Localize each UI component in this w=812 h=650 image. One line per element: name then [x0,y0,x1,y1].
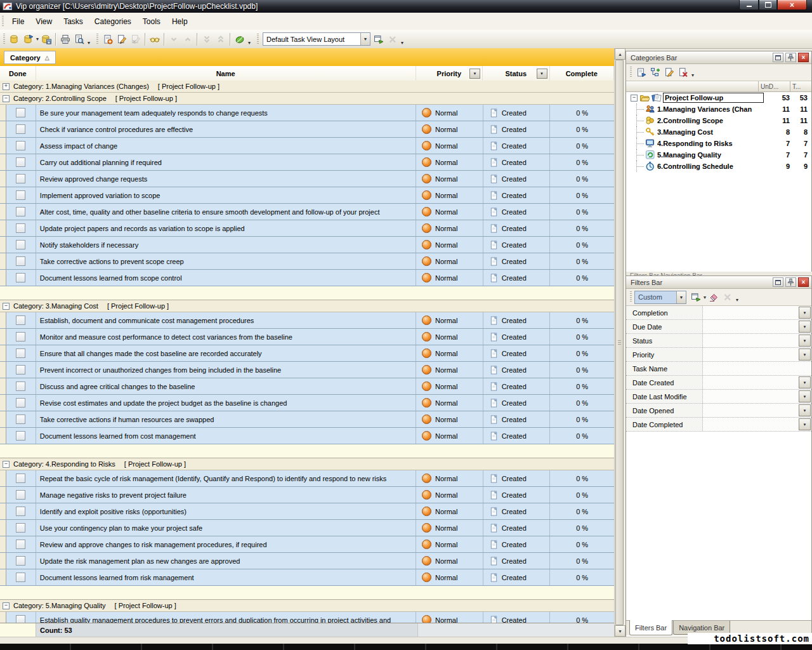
collapse-group-icon[interactable]: − [3,602,10,609]
task-row[interactable]: Establish, document and communicate cost… [0,312,614,329]
filter-value-dropdown-icon[interactable] [799,418,811,430]
task-row[interactable]: Assess impact of changeNormalCreated0 % [0,138,614,154]
task-row[interactable]: Monitor and measure cost performance to … [0,329,614,345]
task-row[interactable]: Manage negative risks to prevent project… [0,487,614,503]
task-checkbox[interactable] [16,398,25,408]
clear-filter-icon[interactable] [707,290,721,304]
close-button[interactable] [777,0,807,10]
filter-value-field[interactable] [703,306,798,319]
filter-value-dropdown-icon[interactable] [799,376,811,388]
task-row[interactable]: Take corrective actions to prevent scope… [0,253,614,270]
menu-categories[interactable]: Categories [89,15,137,29]
scroll-up-icon[interactable] [615,48,625,60]
new-category-icon[interactable] [634,65,648,79]
expand-group-icon[interactable]: + [3,83,10,90]
task-row[interactable]: Identify and exploit positive risks (opp… [0,503,614,520]
edit-category-icon[interactable] [662,65,676,79]
toolbar-overflow-chevron[interactable]: ▾ [736,297,738,303]
toolbar-overflow-chevron[interactable]: ▾ [691,72,694,78]
task-checkbox[interactable] [16,223,25,233]
task-checkbox[interactable] [16,474,25,483]
open-database-icon[interactable] [22,32,36,46]
task-row[interactable]: Update the risk management plan as new c… [0,553,614,569]
filter-value-dropdown-icon[interactable] [799,335,811,347]
category-group-row[interactable]: +Category: 1.Managing Variances (Changes… [0,81,614,93]
task-checkbox[interactable] [16,348,25,358]
print-icon[interactable] [58,32,72,46]
combo-dropdown-icon[interactable] [676,291,686,303]
task-row[interactable]: Ensure that all changes made the cost ba… [0,345,614,362]
filter-value-field[interactable] [703,404,798,417]
new-task-icon[interactable] [101,32,115,46]
category-group-row[interactable]: −Category: 4.Responding to Risks[ Projec… [0,458,614,470]
task-checkbox[interactable] [16,256,25,266]
new-database-icon[interactable] [8,32,22,46]
task-checkbox[interactable] [16,141,25,150]
panel-pin-button[interactable] [785,277,796,287]
edit-task-icon[interactable] [115,32,129,46]
task-checkbox[interactable] [16,108,25,117]
filter-preset-combo[interactable]: Custom [634,291,686,304]
task-row[interactable]: Prevent incorrect or unauthorized change… [0,362,614,378]
task-checkbox[interactable] [16,507,25,516]
task-checkbox[interactable] [16,157,25,167]
task-row[interactable]: Document lessons learned from cost manag… [0,428,614,444]
task-checkbox[interactable] [16,540,25,549]
toolbar-overflow-chevron[interactable]: ▾ [88,40,90,46]
tree-item-row[interactable]: 3.Managing Cost88 [626,126,811,138]
panel-close-button[interactable] [798,277,809,287]
task-row[interactable]: Check if variance control procedures are… [0,121,614,138]
task-row[interactable]: Notify stakeholders if necessaryNormalCr… [0,237,614,253]
task-row[interactable]: Review and approve changes to risk manag… [0,536,614,553]
category-group-row[interactable]: −Category: 5.Managing Quality[ Project F… [0,600,614,612]
task-checkbox[interactable] [16,365,25,375]
combo-dropdown-icon[interactable] [360,33,370,45]
menu-view[interactable]: View [30,15,58,29]
filter-value-dropdown-icon[interactable] [799,348,811,361]
print-preview-icon[interactable] [72,32,86,46]
task-checkbox[interactable] [16,207,25,216]
delete-category-icon[interactable] [676,65,690,79]
tree-root-row[interactable]: −Project Follow-up5353 [626,92,811,103]
task-row[interactable]: Use your contingency plan to make your p… [0,520,614,536]
task-row[interactable]: Revise cost estimates and update the pro… [0,395,614,411]
minimize-button[interactable] [739,0,759,10]
task-checkbox[interactable] [16,124,25,134]
dropdown-icon[interactable]: ▾ [36,36,39,42]
tree-item-row[interactable]: 6.Controlling Schedule99 [626,161,811,172]
task-row[interactable]: Review approved change requestsNormalCre… [0,171,614,187]
category-group-row[interactable]: −Category: 2.Controlling Scope[ Project … [0,93,614,105]
tree-item-row[interactable]: 2.Controlling Scope1111 [626,115,811,126]
filter-value-field[interactable] [703,334,798,347]
tab-filters-bar[interactable]: Filters Bar [629,620,672,635]
filter-value-dropdown-icon[interactable] [799,321,811,333]
menu-file[interactable]: File [6,15,30,29]
collapse-group-icon[interactable]: − [3,303,10,310]
group-by-category-button[interactable]: Category △ [4,51,56,64]
task-checkbox[interactable] [16,523,25,533]
filter-value-field[interactable] [703,418,798,431]
toolbar-overflow-chevron[interactable]: ▾ [248,40,251,46]
toolbar-overflow-chevron[interactable]: ▾ [401,40,403,46]
dropdown-icon[interactable]: ▾ [704,295,706,300]
filter-dropdown-icon[interactable] [537,69,547,79]
task-checkbox[interactable] [16,415,25,424]
task-view-layout-combo[interactable]: Default Task View Layout [263,32,370,46]
task-row[interactable]: Implement approved variation to scopeNor… [0,187,614,204]
collapse-group-icon[interactable]: − [3,461,10,468]
tree-item-row[interactable]: 1.Managing Variances (Chan1111 [626,103,811,115]
panel-restore-button[interactable] [773,277,783,287]
task-checkbox[interactable] [16,240,25,249]
scroll-down-icon[interactable] [615,625,625,637]
apply-filter-icon[interactable] [689,290,703,304]
task-row[interactable]: Document lessons learned from risk manag… [0,569,614,586]
filter-dropdown-icon[interactable] [469,69,480,79]
menu-tools[interactable]: Tools [137,15,166,29]
task-checkbox[interactable] [16,174,25,183]
view-comments-icon[interactable] [148,32,162,46]
category-group-row[interactable]: −Category: 3.Managing Cost[ Project Foll… [0,300,614,312]
task-checkbox[interactable] [16,315,25,325]
collapse-group-icon[interactable]: − [3,95,10,102]
panel-restore-button[interactable] [773,53,783,62]
scrollbar-thumb[interactable] [615,60,624,625]
